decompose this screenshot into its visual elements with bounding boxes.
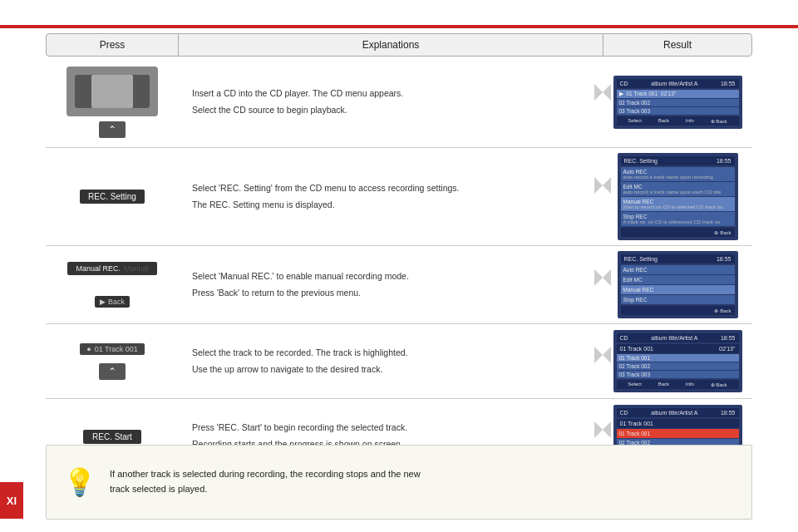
result-col-4: CD album title/Artist A 18:55 01 Track 0… xyxy=(603,324,752,398)
screen-track-row: 03 Track 003 xyxy=(617,107,739,115)
table-row: REC. Setting Select 'REC. Setting' from … xyxy=(46,148,752,246)
content-area: ⌃ Insert a CD into the CD player. The CD… xyxy=(46,57,752,432)
explanation-col-1: Insert a CD into the CD player. The CD m… xyxy=(179,57,603,147)
lightbulb-icon: 💡 xyxy=(63,466,96,498)
screen-track-row-3: 02 Track 002 xyxy=(617,362,739,370)
top-decorative-bar xyxy=(0,25,798,28)
screen-header-2: CD album title/Artist A 18:55 xyxy=(617,333,739,342)
back-button[interactable]: ▶ Back xyxy=(95,296,130,308)
note-text: If another track is selected during reco… xyxy=(110,467,421,496)
track-001-button[interactable]: ● 01 Track 001 xyxy=(80,343,144,355)
table-row: ⌃ Insert a CD into the CD player. The CD… xyxy=(46,57,752,148)
press-col-1: ⌃ xyxy=(46,57,179,147)
header-row: Press Explanations Result xyxy=(46,33,752,57)
press-col-4: ● 01 Track 001 ⌃ xyxy=(46,324,179,398)
explanation-col-4: Select the track to be recorded. The tra… xyxy=(179,324,603,398)
up-arrow-button[interactable]: ⌃ xyxy=(99,121,126,138)
chapter-marker: XI xyxy=(0,482,23,519)
screen-footer-2: Select Back Info ⊕ Back xyxy=(617,380,739,389)
press-col-2: REC. Setting xyxy=(46,148,179,245)
cd-screen-2: CD album title/Artist A 18:55 01 Track 0… xyxy=(613,330,742,392)
screen-footer: Select Back Info ⊕ Back xyxy=(617,116,739,126)
screen-header: CD album title/Artist A 18:55 xyxy=(617,79,739,88)
header-explanations: Explanations xyxy=(179,33,603,57)
table-row: Manual REC. Manual ▶ Back Select 'Manual… xyxy=(46,246,752,324)
cd-screen-1: CD album title/Artist A 18:55 ▶ 01 Track… xyxy=(613,76,742,129)
cd-device-image xyxy=(66,66,158,116)
manual-rec-button[interactable]: Manual REC. Manual xyxy=(67,262,156,275)
up-arrow-button-2[interactable]: ⌃ xyxy=(99,363,126,380)
bottom-note: 💡 If another track is selected during re… xyxy=(46,445,752,520)
screen-track-row-2: 01 Track 001 xyxy=(617,354,739,362)
explanation-col-2: Select 'REC. Setting' from the CD menu t… xyxy=(179,148,603,245)
press-col-3: Manual REC. Manual ▶ Back xyxy=(46,246,179,323)
cd-slot xyxy=(91,75,133,108)
rec-setting-button[interactable]: REC. Setting xyxy=(80,190,145,204)
rec-setting-screen: REC. Setting 18:55 Auto REC auto record … xyxy=(618,153,738,240)
rec-start-button[interactable]: REC. Start xyxy=(83,430,141,444)
header-result: Result xyxy=(603,33,752,57)
screen-track-row: ▶ 01 Track 001 02'13" xyxy=(617,90,739,98)
result-col-2: REC. Setting 18:55 Auto REC auto record … xyxy=(603,148,752,245)
table-row: ● 01 Track 001 ⌃ Select the track to be … xyxy=(46,324,752,399)
result-col-1: CD album title/Artist A 18:55 ▶ 01 Track… xyxy=(603,57,752,147)
screen-track-row-4: 03 Track 003 xyxy=(617,371,739,378)
screen-track-row: 02 Track 002 xyxy=(617,99,739,106)
screen-header-3: CD album title/Artist A 18:55 xyxy=(617,408,739,417)
result-col-3: REC. Setting 18:55 Auto REC Edit MC Manu… xyxy=(603,246,752,323)
explanation-col-3: Select 'Manual REC.' to enable manual re… xyxy=(179,246,603,323)
header-press: Press xyxy=(46,33,179,57)
